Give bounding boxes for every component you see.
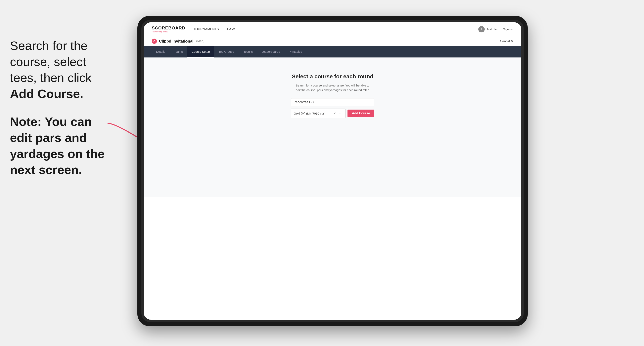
tournament-title: C Clippd Invitational (Men)	[152, 39, 204, 44]
nav-teams[interactable]: TEAMS	[225, 27, 236, 31]
app-header: SCOREBOARD Powered by clippd TOURNAMENTS…	[144, 22, 521, 36]
add-course-button[interactable]: Add Course	[348, 110, 374, 117]
tab-teams[interactable]: Teams	[170, 46, 187, 57]
section-title: Select a course for each round	[292, 73, 373, 80]
user-name: Test User	[487, 28, 498, 31]
tournament-meta: (Men)	[196, 39, 204, 43]
main-content: Select a course for each round Search fo…	[144, 57, 521, 197]
header-nav: TOURNAMENTS TEAMS	[193, 27, 236, 31]
tablet-frame: SCOREBOARD Powered by clippd TOURNAMENTS…	[138, 16, 528, 326]
course-search-input[interactable]	[291, 98, 374, 106]
tab-course-setup[interactable]: Course Setup	[187, 46, 214, 57]
annotation-note: Note: You can edit pars and yardages on …	[10, 114, 114, 178]
tab-details[interactable]: Details	[152, 46, 170, 57]
header-separator: |	[500, 28, 501, 31]
tournament-name: Clippd Invitational	[159, 39, 193, 43]
logo-area: SCOREBOARD Powered by clippd	[152, 25, 186, 33]
logo-sub: Powered by clippd	[152, 31, 186, 33]
tee-chevron-button[interactable]: ⌄	[337, 111, 342, 116]
tee-clear-button[interactable]: ✕	[332, 111, 337, 116]
user-avatar: T	[478, 26, 485, 32]
sign-out-link[interactable]: Sign out	[503, 28, 513, 31]
tab-navigation: Details Teams Course Setup Tee Groups Re…	[144, 46, 521, 57]
logo-text: SCOREBOARD	[152, 25, 186, 31]
cancel-button[interactable]: Cancel ✕	[500, 39, 513, 43]
tab-results[interactable]: Results	[238, 46, 257, 57]
tab-printables[interactable]: Printables	[284, 46, 306, 57]
annotation-main: Search for the course, select tees, then…	[10, 38, 114, 102]
header-left: SCOREBOARD Powered by clippd TOURNAMENTS…	[152, 25, 236, 33]
tab-leaderboards[interactable]: Leaderboards	[257, 46, 284, 57]
header-right: T Test User | Sign out	[478, 26, 513, 32]
tee-selected-value: Gold (M) (M) (7010 yds)	[294, 112, 332, 115]
tab-tee-groups[interactable]: Tee Groups	[214, 46, 238, 57]
tablet-screen: SCOREBOARD Powered by clippd TOURNAMENTS…	[144, 22, 521, 320]
tablet-inner: SCOREBOARD Powered by clippd TOURNAMENTS…	[142, 20, 524, 322]
annotation-panel: Search for the course, select tees, then…	[0, 30, 124, 186]
tournament-bar: C Clippd Invitational (Men) Cancel ✕	[144, 36, 521, 46]
tee-select-row: Gold (M) (M) (7010 yds) ✕ ⌄ Add Course	[291, 109, 374, 118]
tournament-icon: C	[152, 39, 157, 44]
section-description: Search for a course and select a tee. Yo…	[295, 83, 370, 92]
nav-tournaments[interactable]: TOURNAMENTS	[193, 27, 219, 31]
